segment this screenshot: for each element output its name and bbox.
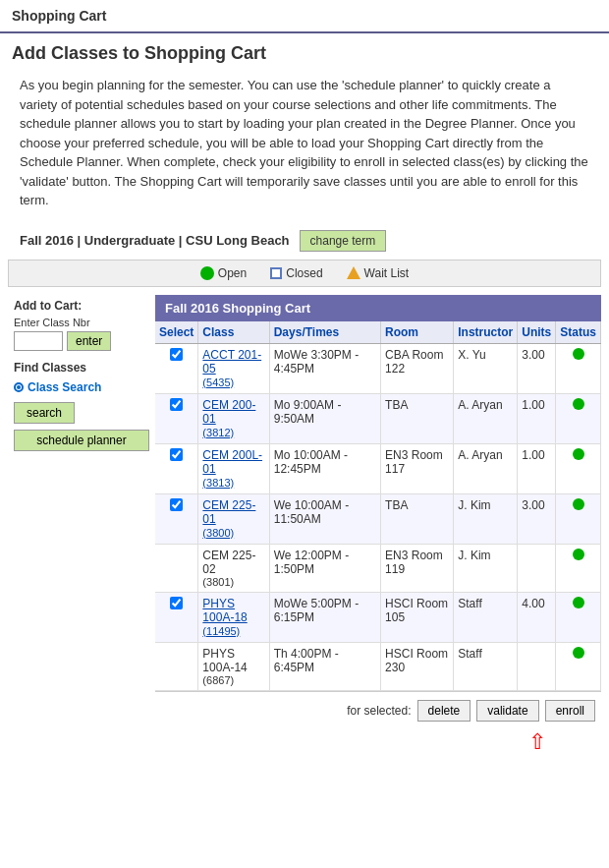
instructor: J. Kim [454,493,518,544]
class-id: (3813) [202,477,234,489]
waitlist-icon [347,266,360,279]
class-link[interactable]: CEM 200L-01 [202,448,264,476]
arrow-container: ⇧ [155,729,601,755]
legend-open: Open [200,266,247,280]
units: 4.00 [518,592,556,642]
term-label: Fall 2016 | Undergraduate | CSU Long Bea… [20,233,290,248]
sidebar: Add to Cart: Enter Class Nbr enter Find … [8,295,155,755]
status-dot [573,647,584,659]
room: EN3 Room 117 [381,443,454,493]
shopping-cart-header-title: Shopping Cart [12,8,597,24]
enroll-button[interactable]: enroll [545,700,595,722]
schedule-planner-button[interactable]: schedule planner [14,430,149,451]
days-times: Mo 10:00AM - 12:45PM [269,443,380,493]
units: 1.00 [518,443,556,493]
class-id: (5435) [202,376,234,388]
table-row: CEM 200-01(3812)Mo 9:00AM - 9:50AMTBAA. … [155,393,601,443]
class-id: (11495) [202,625,240,637]
table-row: PHYS 100A-14(6867)Th 4:00PM - 6:45PMHSCI… [155,642,601,690]
change-term-button[interactable]: change term [300,230,387,252]
table-row: CEM 225-02(3801)We 12:00PM - 1:50PMEN3 R… [155,544,601,592]
add-to-cart-label: Add to Cart: [14,299,149,313]
description-text: As you begin planning for the semester. … [20,76,589,210]
row-checkbox[interactable] [170,398,183,411]
closed-icon [270,267,282,279]
units: 3.00 [518,343,556,393]
instructor: J. Kim [454,544,518,592]
days-times: MoWe 5:00PM - 6:15PM [269,592,380,642]
col-class: Class [198,321,269,344]
instructor: A. Aryan [454,393,518,443]
units [518,544,556,592]
instructor: Staff [454,592,518,642]
col-instructor: Instructor [454,321,518,344]
room: CBA Room 122 [381,343,454,393]
table-row: ACCT 201-05(5435)MoWe 3:30PM - 4:45PMCBA… [155,343,601,393]
open-label: Open [218,266,247,280]
cart-area: Fall 2016 Shopping Cart Select Class Day… [155,295,601,755]
units: 3.00 [518,493,556,544]
class-id: (3812) [202,427,234,438]
status-dot [573,448,584,460]
enter-button[interactable]: enter [67,331,111,351]
room: EN3 Room 119 [381,544,454,592]
days-times: Mo 9:00AM - 9:50AM [269,393,380,443]
days-times: We 10:00AM - 11:50AM [269,493,380,544]
instructor: A. Aryan [454,443,518,493]
table-row: CEM 225-01(3800)We 10:00AM - 11:50AMTBAJ… [155,493,601,544]
page-title: Add Classes to Shopping Cart [12,43,597,64]
status-dot [573,549,584,560]
red-arrow-icon: ⇧ [528,729,546,755]
instructor: Staff [454,642,518,690]
status-dot [573,348,584,360]
legend-bar: Open Closed Wait List [8,260,601,287]
class-name: PHYS 100A-14 [202,647,247,674]
row-checkbox[interactable] [170,448,183,461]
row-checkbox[interactable] [170,348,183,361]
class-search-label[interactable]: Class Search [28,380,101,394]
col-room: Room [381,321,454,344]
days-times: We 12:00PM - 1:50PM [269,544,380,592]
row-checkbox[interactable] [170,597,183,609]
find-classes-label: Find Classes [14,361,149,375]
class-link[interactable]: ACCT 201-05 [202,348,264,376]
room: HSCI Room 230 [381,642,454,690]
col-units: Units [518,321,556,344]
units: 1.00 [518,393,556,443]
open-icon [200,266,214,280]
for-selected-label: for selected: [347,704,411,718]
class-link[interactable]: CEM 225-01 [202,498,264,526]
legend-waitlist: Wait List [347,266,410,280]
class-nbr-input[interactable] [14,331,63,351]
row-checkbox[interactable] [170,498,183,511]
enter-class-nbr-label: Enter Class Nbr [14,317,149,328]
waitlist-label: Wait List [364,266,410,280]
class-link[interactable]: CEM 200-01 [202,398,264,426]
class-link[interactable]: PHYS 100A-18 [202,597,264,624]
col-days-times: Days/Times [269,321,380,344]
table-row: PHYS 100A-18(11495)MoWe 5:00PM - 6:15PMH… [155,592,601,642]
units [518,642,556,690]
days-times: Th 4:00PM - 6:45PM [269,642,380,690]
validate-button[interactable]: validate [476,700,538,722]
col-status: Status [556,321,601,344]
class-id: (6867) [202,674,264,686]
table-row: CEM 200L-01(3813)Mo 10:00AM - 12:45PMEN3… [155,443,601,493]
closed-label: Closed [286,266,322,280]
room: TBA [381,393,454,443]
search-button[interactable]: search [14,402,75,424]
room: HSCI Room 105 [381,592,454,642]
status-dot [573,597,584,608]
class-id: (3801) [202,576,264,588]
status-dot [573,498,584,510]
delete-button[interactable]: delete [417,700,471,722]
col-select: Select [155,321,198,344]
instructor: X. Yu [454,343,518,393]
legend-closed: Closed [270,266,322,280]
status-dot [573,398,584,410]
class-name: CEM 225-02 [202,549,255,576]
bottom-bar: for selected: delete validate enroll [155,691,601,729]
cart-title: Fall 2016 Shopping Cart [155,295,601,321]
class-search-radio[interactable] [14,382,24,392]
room: TBA [381,493,454,544]
